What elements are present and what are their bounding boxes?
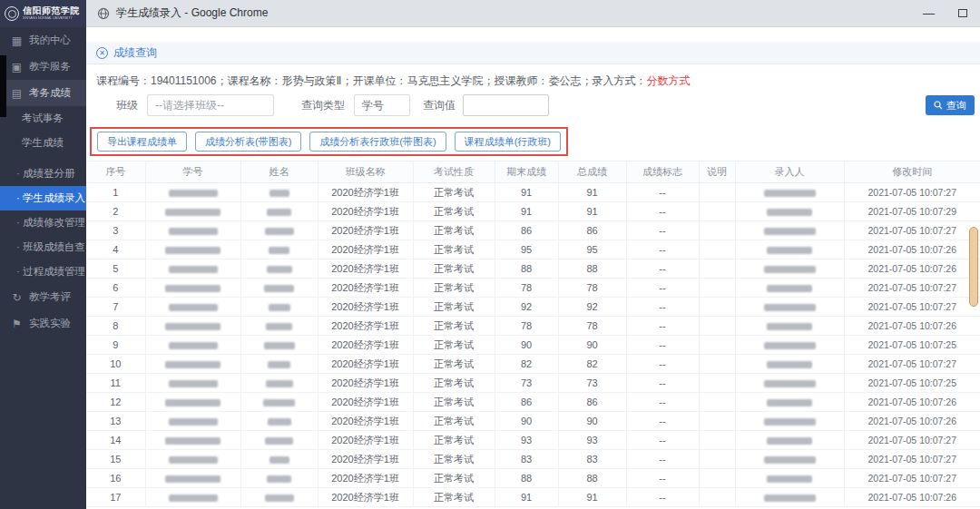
redacted-text [165, 437, 220, 445]
action-button-2[interactable]: 成绩分析表行政班(带图表) [309, 132, 446, 152]
table-body: 12020经济学1班正常考试9191--2021-07-05 10:07:272… [86, 183, 980, 507]
sidebar-item-11[interactable]: ⚑实践实验 [0, 310, 86, 337]
cell-total-score: 91 [558, 202, 626, 221]
redacted-text [764, 342, 816, 349]
cell-final-score: 73 [495, 374, 558, 393]
cell-no: 8 [86, 317, 145, 336]
redacted-text [767, 209, 812, 216]
redacted-text [767, 399, 812, 406]
column-header-3: 班级名称 [318, 162, 413, 183]
cell-final-score: 91 [495, 183, 558, 202]
cell-name [240, 355, 318, 374]
sidebar-item-2[interactable]: ▤考务成绩 [0, 80, 86, 106]
cell-note [699, 317, 735, 336]
university-name-cn: 信阳师范学院 [23, 6, 86, 16]
cell-flag: -- [626, 317, 699, 336]
column-header-2: 姓名 [240, 162, 318, 183]
sidebar-item-7[interactable]: 成绩修改管理 [0, 210, 86, 235]
cell-final-score: 90 [495, 336, 558, 355]
redacted-text [264, 342, 295, 349]
cell-recorder [735, 336, 844, 355]
cell-student-id [145, 488, 240, 507]
cell-class: 2020经济学1班 [318, 183, 413, 202]
course-info-text: 课程编号：19401151006；课程名称：形势与政策Ⅱ；开课单位：马克思主义学… [96, 74, 646, 87]
cell-note [699, 298, 735, 317]
redacted-text [767, 437, 812, 445]
cell-final-score: 78 [495, 317, 558, 336]
query-value-input[interactable] [463, 94, 549, 116]
sidebar-item-0[interactable]: ▦我的中心 [0, 27, 86, 54]
sidebar-item-5[interactable]: 成绩登分册 [0, 162, 86, 186]
cell-flag: -- [626, 374, 699, 393]
cell-modified-time: 2021-07-05 10:07:27 [844, 469, 980, 488]
sidebar-item-4[interactable]: 学生成绩 [0, 131, 86, 155]
cell-final-score: 93 [495, 431, 558, 450]
cell-class: 2020经济学1班 [318, 240, 413, 259]
maximize-button[interactable] [958, 9, 967, 17]
class-select[interactable]: --请选择班级-- [147, 94, 274, 116]
sidebar-item-10[interactable]: ↻教学考评 [0, 284, 86, 310]
cell-recorder [735, 259, 844, 279]
cell-note [699, 336, 735, 355]
cell-flag: -- [626, 393, 699, 412]
university-logo: 信阳师范学院 XINYANG NORMAL UNIVERSITY [0, 0, 86, 27]
cell-class: 2020经济学1班 [318, 259, 413, 279]
cell-total-score: 86 [558, 221, 626, 240]
redacted-text [165, 285, 220, 292]
cell-exam-type: 正常考试 [413, 450, 495, 469]
sidebar-item-3[interactable]: 考试事务 [0, 106, 86, 131]
cell-total-score: 91 [558, 488, 626, 507]
cell-modified-time: 2021-07-05 10:07:27 [844, 183, 980, 202]
cell-flag: -- [626, 336, 699, 355]
query-type-select[interactable]: 学号 [354, 94, 410, 116]
sidebar-item-label: 实践实验 [29, 317, 71, 330]
table-row: 142020经济学1班正常考试9393--2021-07-05 10:07:27 [86, 431, 980, 450]
table-row: 172020经济学1班正常考试9191--2021-07-05 10:07:26 [86, 488, 980, 507]
cell-modified-time: 2021-07-05 10:07:27 [844, 221, 980, 240]
sidebar: 信阳师范学院 XINYANG NORMAL UNIVERSITY ▦我的中心▣教… [0, 0, 86, 509]
cell-final-score: 91 [495, 202, 558, 221]
sidebar-item-6[interactable]: 学生成绩录入 [0, 186, 86, 210]
cell-student-id [145, 431, 240, 450]
cell-recorder [735, 355, 844, 374]
redacted-text [764, 304, 816, 311]
action-button-1[interactable]: 成绩分析表(带图表) [195, 132, 301, 152]
redacted-text [263, 399, 295, 406]
search-button[interactable]: 查询 [926, 95, 975, 115]
minimize-button[interactable]: — [923, 6, 935, 20]
cell-total-score: 90 [558, 412, 626, 431]
action-button-3[interactable]: 课程成绩单(行政班) [455, 132, 561, 152]
redacted-text [270, 190, 289, 197]
cell-modified-time: 2021-07-05 10:07:27 [844, 431, 980, 450]
redacted-text [267, 266, 292, 273]
cell-flag: -- [626, 412, 699, 431]
cell-final-score: 86 [495, 393, 558, 412]
university-emblem-icon [5, 6, 19, 21]
sidebar-item-1[interactable]: ▣教学服务 [0, 54, 86, 80]
cell-modified-time: 2021-07-05 10:07:27 [844, 279, 980, 298]
close-tab-icon[interactable] [96, 47, 108, 59]
scrollbar-thumb[interactable] [969, 227, 978, 307]
sidebar-item-label: 班级成绩自查 [16, 241, 85, 252]
cell-modified-time: 2021-07-05 10:07:26 [844, 259, 980, 279]
redacted-text [767, 247, 812, 254]
redacted-text [169, 228, 218, 235]
redacted-text [265, 437, 293, 445]
flag-icon: ⚑ [11, 318, 23, 330]
cell-no: 2 [86, 202, 145, 221]
cell-note [699, 355, 735, 374]
sidebar-item-label: 学生成绩录入 [16, 192, 85, 203]
globe-favicon-icon [97, 7, 110, 20]
cell-total-score: 73 [558, 374, 626, 393]
redacted-text [764, 190, 816, 197]
sidebar-item-8[interactable]: 班级成绩自查 [0, 235, 86, 259]
table-row: 152020经济学1班正常考试8383--2021-07-05 10:07:27 [86, 450, 980, 469]
sidebar-item-9[interactable]: 过程成绩管理 [0, 259, 86, 284]
apps-icon: ▣ [11, 61, 23, 73]
action-button-0[interactable]: 导出课程成绩单 [97, 132, 187, 152]
sidebar-item-label: 考试事务 [22, 113, 64, 123]
cell-flag: -- [626, 469, 699, 488]
cell-modified-time: 2021-07-05 10:07:29 [844, 202, 980, 221]
cell-modified-time: 2021-07-05 10:07:27 [844, 298, 980, 317]
cell-student-id [145, 259, 240, 279]
